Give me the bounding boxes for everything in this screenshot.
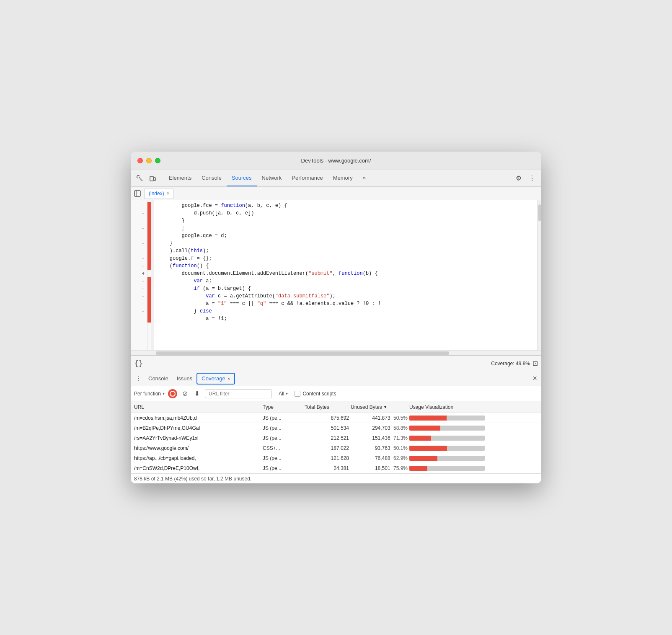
- tab-sources[interactable]: Sources: [227, 170, 257, 186]
- per-function-select[interactable]: Per function ▾: [134, 391, 165, 397]
- line-num-11: –: [131, 277, 147, 285]
- code-lines: google.fce = function(a, b, c, e) { d.pu…: [154, 200, 537, 350]
- row5-used-portion: [409, 456, 437, 461]
- title-bar: DevTools - www.google.com/: [131, 152, 541, 170]
- coverage-gutter: [147, 200, 151, 350]
- h-scroll-thumb[interactable]: [156, 351, 449, 355]
- code-line-16: a = !1;: [158, 315, 534, 323]
- tab-elements[interactable]: Elements: [164, 170, 196, 186]
- tab-console[interactable]: Console: [196, 170, 227, 186]
- coverage-mark-6: [147, 240, 151, 247]
- tab-network[interactable]: Network: [257, 170, 287, 186]
- row2-usage-bar-cell: [409, 426, 538, 431]
- row3-type: JS (pe...: [263, 435, 305, 441]
- row4-usage-bar: [409, 446, 485, 451]
- svg-rect-0: [137, 176, 140, 178]
- coverage-mark-15: [147, 307, 151, 315]
- coverage-mark-14: [147, 300, 151, 307]
- coverage-mark-8: [147, 255, 151, 262]
- code-line-5: google.qce = d;: [158, 232, 534, 240]
- line-num-9: –: [131, 262, 147, 270]
- clear-button[interactable]: ⊘: [181, 390, 189, 398]
- fullscreen-traffic-light[interactable]: [155, 158, 160, 163]
- row6-unused: 18,501 75.9%: [351, 465, 409, 471]
- tab-more[interactable]: »: [358, 170, 371, 186]
- tab-console-bottom[interactable]: Console: [144, 373, 173, 385]
- download-button[interactable]: ⬇: [192, 389, 202, 398]
- tab-issues-bottom[interactable]: Issues: [173, 373, 197, 385]
- content-scripts-check-box[interactable]: [295, 391, 300, 397]
- row3-total: 212,521: [305, 435, 351, 441]
- toolbar-divider: [161, 174, 161, 183]
- table-row[interactable]: https://ap.../cb=gapi.loaded, JS (pe... …: [131, 453, 541, 463]
- scroll-indicator[interactable]: [537, 200, 541, 350]
- coverage-mark-11: [147, 277, 151, 285]
- row6-total: 24,381: [305, 465, 351, 471]
- more-options-button[interactable]: ⋮: [526, 173, 538, 184]
- window-title: DevTools - www.google.com/: [301, 157, 371, 164]
- inspect-element-button[interactable]: [134, 173, 146, 184]
- line-num-16: –: [131, 315, 147, 323]
- coverage-table: URL Type Total Bytes Unused Bytes ▼ Usag…: [131, 401, 541, 473]
- coverage-mark-16: [147, 315, 151, 323]
- device-toolbar-button[interactable]: [147, 173, 158, 184]
- line-num-5: –: [131, 232, 147, 240]
- row1-unused-portion: [447, 416, 485, 421]
- file-tab-index[interactable]: (index) ×: [144, 188, 173, 199]
- close-panel-button[interactable]: ×: [530, 374, 540, 383]
- tab-performance[interactable]: Performance: [287, 170, 328, 186]
- toolbar-right: ⚙ ⋮: [513, 173, 538, 184]
- row3-unused: 151,436 71.3%: [351, 435, 409, 441]
- content-scripts-checkbox[interactable]: Content scripts: [295, 391, 336, 397]
- row5-usage-bar: [409, 456, 485, 461]
- table-header: URL Type Total Bytes Unused Bytes ▼ Usag…: [131, 401, 541, 413]
- table-row[interactable]: /m=cdos,hsm,jsa,mb4ZUb,d JS (pe... 875,6…: [131, 413, 541, 423]
- row1-usage-bar-cell: [409, 416, 538, 421]
- minimize-traffic-light[interactable]: [146, 158, 152, 163]
- table-row[interactable]: https://www.google.com/ CSS+... 187,022 …: [131, 443, 541, 453]
- coverage-mark-4: [147, 225, 151, 232]
- code-line-14: a = "1" === c || "q" === c && !a.element…: [158, 300, 534, 307]
- sidebar-toggle-button[interactable]: [132, 188, 142, 199]
- row6-used-portion: [409, 466, 427, 471]
- row6-usage-bar: [409, 466, 485, 471]
- line-num-3: –: [131, 217, 147, 225]
- all-select[interactable]: All ▾: [275, 391, 291, 397]
- coverage-tab-close[interactable]: ×: [227, 376, 230, 381]
- coverage-mark-1: [147, 202, 151, 209]
- coverage-mark-7: [147, 247, 151, 255]
- tab-coverage-bottom[interactable]: Coverage ×: [196, 373, 235, 385]
- row1-unused: 441,873 50.5%: [351, 415, 409, 421]
- code-line-7: ).call(this);: [158, 247, 534, 255]
- row4-unused-portion: [447, 446, 485, 451]
- code-line-1: google.fce = function(a, b, c, e) {: [158, 202, 534, 209]
- kebab-menu-button[interactable]: ⋮: [132, 374, 144, 382]
- status-text: 878 kB of 2.1 MB (42%) used so far, 1.2 …: [134, 476, 251, 482]
- coverage-mark-12: [147, 285, 151, 292]
- line-num-10: 4: [131, 270, 147, 277]
- coverage-controls: Per function ▾ ⊘ ⬇ All ▾ Content scripts: [131, 386, 541, 401]
- per-function-dropdown-arrow: ▾: [163, 391, 165, 396]
- row4-url: https://www.google.com/: [134, 445, 263, 451]
- coverage-mark-10: [147, 270, 151, 277]
- row2-type: JS (pe...: [263, 425, 305, 431]
- sort-arrow-icon: ▼: [383, 405, 388, 409]
- screenshot-icon[interactable]: ⊡: [532, 359, 538, 367]
- settings-button[interactable]: ⚙: [513, 173, 525, 184]
- horizontal-scroll[interactable]: [131, 350, 541, 355]
- url-filter-input[interactable]: [205, 389, 272, 398]
- line-num-4: –: [131, 225, 147, 232]
- table-row[interactable]: /m=B2qlPe,DhPYme,GU4Gal JS (pe... 501,53…: [131, 423, 541, 433]
- line-num-12: –: [131, 285, 147, 292]
- tab-memory[interactable]: Memory: [328, 170, 358, 186]
- table-row[interactable]: /rs=AA2YrTvBynad-nWEy1xl JS (pe... 212,5…: [131, 433, 541, 443]
- close-traffic-light[interactable]: [137, 158, 143, 163]
- scroll-thumb[interactable]: [538, 204, 541, 221]
- file-tab-close[interactable]: ×: [167, 191, 170, 196]
- line-gutter: – – – – – – – – – 4 – – – – – –: [131, 200, 147, 350]
- code-editor: – – – – – – – – – 4 – – – – – –: [131, 200, 541, 355]
- record-button[interactable]: [168, 389, 177, 398]
- table-row[interactable]: /m=CnSW2d,DPreE,P10Owf, JS (pe... 24,381…: [131, 463, 541, 473]
- code-line-8: google.f = {};: [158, 255, 534, 262]
- code-line-6: }: [158, 240, 534, 247]
